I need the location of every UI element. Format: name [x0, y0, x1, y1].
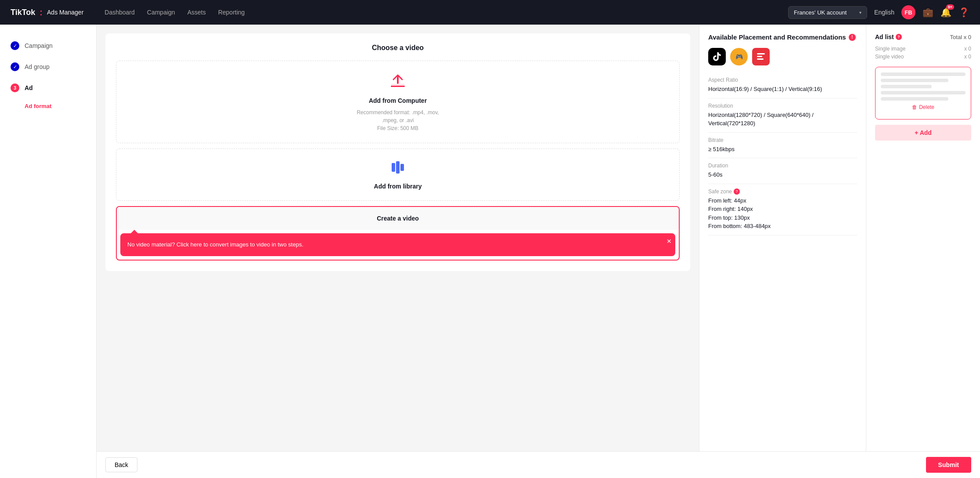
- ad-list-panel: Ad list ? Total x 0 Single image x 0 Sin…: [866, 25, 980, 451]
- nav-assets[interactable]: Assets: [187, 7, 206, 18]
- account-selector[interactable]: Frances' UK account ▾: [788, 6, 867, 19]
- account-name: Frances' UK account: [794, 9, 847, 16]
- submit-button[interactable]: Submit: [926, 457, 971, 473]
- platform-buzzvidoe-icon[interactable]: 🎮: [730, 48, 748, 65]
- delete-button[interactable]: 🗑 Delete: [881, 104, 966, 110]
- bitrate-label: Bitrate: [708, 137, 857, 143]
- add-from-computer-option[interactable]: Add from Computer Recommended format: .m…: [116, 61, 680, 143]
- preview-line-2: [881, 79, 948, 82]
- platform-icons: 🎮: [708, 48, 857, 65]
- placement-title: Available Placement and Recommendations …: [708, 33, 857, 41]
- single-video-label: Single video: [875, 54, 904, 60]
- check-icon-campaign: ✓: [11, 41, 19, 50]
- nav-reporting[interactable]: Reporting: [218, 7, 245, 18]
- svg-rect-10: [757, 58, 764, 60]
- nav-dashboard[interactable]: Dashboard: [104, 7, 135, 18]
- svg-rect-4: [396, 161, 400, 174]
- bottom-actions-bar: Back Submit: [97, 451, 980, 478]
- add-from-library-option[interactable]: Add from library: [116, 148, 680, 201]
- single-video-count-row: Single video x 0: [875, 54, 971, 60]
- placement-info-icon[interactable]: !: [849, 34, 856, 41]
- check-icon-adgroup: ✓: [11, 62, 19, 71]
- video-card-title: Choose a video: [116, 44, 680, 52]
- sidebar-label-ad: Ad: [25, 84, 33, 91]
- create-video-tooltip: ✕ No video material? Click here to conve…: [120, 233, 675, 256]
- placement-panel: Available Placement and Recommendations …: [699, 25, 866, 451]
- preview-line-3: [881, 85, 932, 88]
- center-and-placement: Choose a video Add from Computer: [97, 25, 980, 478]
- top-navigation: TikTok : Ads Manager Dashboard Campaign …: [0, 0, 980, 25]
- brand-logo: TikTok : Ads Manager: [11, 7, 83, 18]
- aspect-ratio-value: Horizontal(16:9) / Square(1:1) / Vertica…: [708, 85, 857, 94]
- svg-rect-3: [392, 163, 395, 172]
- svg-rect-9: [757, 56, 762, 57]
- notifications-icon[interactable]: 🔔 9+: [940, 7, 951, 18]
- svg-rect-8: [757, 53, 765, 54]
- computer-option-subtitle: Recommended format: .mp4, .mov, .mpeg, o…: [357, 109, 439, 132]
- main-layout: ✓ Campaign ✓ Ad group 3 Ad Ad format Cho…: [0, 25, 980, 478]
- upload-icon: [389, 72, 407, 93]
- sidebar-item-adgroup[interactable]: ✓ Ad group: [0, 56, 96, 77]
- help-icon[interactable]: ❓: [958, 7, 969, 18]
- brand-separator: :: [40, 7, 43, 18]
- placement-row-bitrate: Bitrate ≥ 516kbps: [708, 133, 857, 159]
- single-image-label: Single image: [875, 46, 905, 52]
- single-image-count-row: Single image x 0: [875, 46, 971, 52]
- svg-rect-2: [391, 86, 405, 87]
- tooltip-close-icon[interactable]: ✕: [667, 237, 672, 246]
- preview-line-5: [881, 97, 948, 101]
- safezone-info-icon[interactable]: ?: [734, 188, 740, 195]
- tooltip-text: No video material? Click here to convert…: [127, 241, 303, 248]
- duration-value: 5-60s: [708, 170, 857, 179]
- placement-row-resolution: Resolution Horizontal(1280*720) / Square…: [708, 98, 857, 133]
- single-image-count: x 0: [964, 46, 971, 52]
- safezone-label: Safe zone ?: [708, 188, 857, 195]
- delete-label: Delete: [919, 104, 934, 110]
- svg-text:🎮: 🎮: [735, 53, 743, 61]
- sidebar-item-campaign[interactable]: ✓ Campaign: [0, 35, 96, 56]
- sidebar-item-ad[interactable]: 3 Ad: [0, 77, 96, 98]
- library-option-title: Add from library: [374, 183, 422, 190]
- ad-list-title-text: Ad list: [875, 33, 894, 40]
- aspect-ratio-label: Aspect Ratio: [708, 77, 857, 83]
- ad-list-title: Ad list ?: [875, 33, 902, 40]
- duration-label: Duration: [708, 163, 857, 169]
- placement-row-aspect: Aspect Ratio Horizontal(16:9) / Square(1…: [708, 72, 857, 98]
- center-panel: Choose a video Add from Computer: [97, 25, 699, 451]
- inner-layout: Choose a video Add from Computer: [97, 25, 980, 451]
- add-button[interactable]: + Add: [875, 125, 971, 141]
- user-avatar[interactable]: FB: [901, 5, 915, 19]
- resolution-value: Horizontal(1280*720) / Square(640*640) /…: [708, 111, 857, 128]
- placement-title-text: Available Placement and Recommendations: [708, 33, 846, 41]
- back-button[interactable]: Back: [105, 457, 137, 472]
- placement-row-safezone: Safe zone ? From left: 44px From right: …: [708, 184, 857, 235]
- resolution-label: Resolution: [708, 103, 857, 109]
- preview-line-1: [881, 72, 966, 76]
- svg-rect-5: [400, 164, 404, 171]
- language-selector[interactable]: English: [874, 9, 894, 16]
- preview-content: [881, 72, 966, 101]
- sidebar-subitem-adformat[interactable]: Ad format: [0, 98, 96, 114]
- platform-tiktok-icon[interactable]: [708, 48, 726, 65]
- single-video-count: x 0: [964, 54, 971, 60]
- nav-campaign[interactable]: Campaign: [147, 7, 175, 18]
- nav-links: Dashboard Campaign Assets Reporting: [104, 7, 774, 18]
- platform-topbuzz-icon[interactable]: [752, 48, 770, 65]
- create-video-button[interactable]: Create a video: [117, 207, 679, 230]
- ad-list-info-icon[interactable]: ?: [896, 34, 902, 40]
- step-number-ad: 3: [11, 83, 19, 92]
- library-icon: [390, 159, 406, 178]
- ad-list-header: Ad list ? Total x 0: [875, 33, 971, 40]
- create-video-wrapper: Create a video ✕ No video material? Clic…: [116, 206, 680, 261]
- top-nav-right: Frances' UK account ▾ English FB 💼 🔔 9+ …: [788, 5, 969, 19]
- sidebar-label-campaign: Campaign: [25, 42, 53, 49]
- brand-ads-manager: Ads Manager: [47, 9, 83, 16]
- video-card: Choose a video Add from Computer: [105, 33, 690, 271]
- briefcase-icon[interactable]: 💼: [922, 7, 933, 18]
- placement-table: Aspect Ratio Horizontal(16:9) / Square(1…: [708, 72, 857, 235]
- svg-rect-0: [391, 84, 405, 86]
- notification-badge: 9+: [946, 4, 954, 10]
- ad-list-total: Total x 0: [950, 34, 971, 40]
- sidebar-label-adgroup: Ad group: [25, 63, 50, 70]
- preview-line-4: [881, 91, 966, 94]
